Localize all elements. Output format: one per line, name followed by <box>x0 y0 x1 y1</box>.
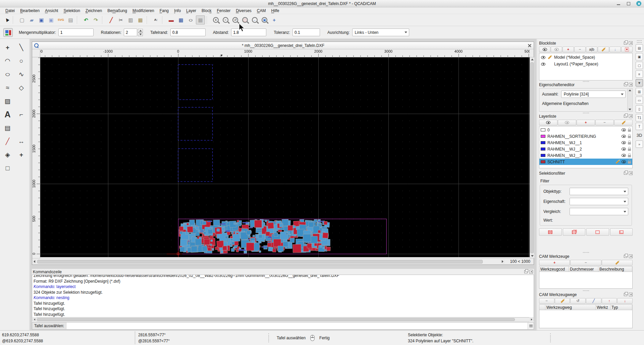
point-tool[interactable]: + <box>1 41 14 54</box>
toleranz-input[interactable] <box>292 28 320 36</box>
menu-selektion[interactable]: Selektion <box>61 8 83 14</box>
window-titlebar[interactable]: mh__0030226G__genestet_drei_Tafeln.DXF *… <box>0 0 644 7</box>
block-list-dock-button[interactable]: ▣ <box>636 53 643 60</box>
clipboard-dock-button[interactable]: ▯ <box>636 105 643 113</box>
add-block-button[interactable]: + <box>562 47 574 52</box>
panel-close-button[interactable] <box>629 254 633 258</box>
statusbar-handle[interactable] <box>268 333 269 342</box>
panel-float-button[interactable] <box>624 83 627 86</box>
column-header-werkzeugweg[interactable]: Werkzeugweg <box>545 305 596 310</box>
sketch-tool[interactable]: ╱ <box>1 135 14 148</box>
minimize-button[interactable] <box>616 1 621 6</box>
corner-tool[interactable]: ⌐ <box>15 108 28 121</box>
layer-row-rahmen-wj-3[interactable]: RAHMEN__WJ__3 <box>539 152 632 159</box>
recalculate-toolpath-button[interactable]: ╱ <box>586 298 601 304</box>
purge-block-button[interactable]: × <box>621 47 633 52</box>
auto-zoom-button[interactable]: ↺ <box>231 15 240 24</box>
polygon-tool[interactable]: ◇ <box>15 81 28 94</box>
hatch-tool[interactable]: ▨ <box>1 95 14 107</box>
bitmap-export-button[interactable]: ▤ <box>66 15 75 24</box>
menu-datei[interactable]: Datei <box>3 8 17 14</box>
hide-all-layers-button[interactable] <box>558 120 576 125</box>
scroll-up-button[interactable] <box>530 57 534 62</box>
panel-float-button[interactable] <box>624 115 627 118</box>
tools-table-body[interactable] <box>539 272 633 289</box>
panel-float-button[interactable] <box>624 255 627 258</box>
layer-list-dock-button[interactable]: ▢ <box>636 62 643 69</box>
panel-float-button[interactable] <box>624 293 627 296</box>
text-style-1-dock-button[interactable]: T1 <box>636 114 643 121</box>
column-header-blank[interactable] <box>539 305 545 310</box>
panel-close-button[interactable] <box>629 83 633 87</box>
arc-tool[interactable]: ◠ <box>1 54 14 67</box>
horizontal-scrollbar[interactable]: 100 < 1000 <box>32 258 534 265</box>
panel-close-button[interactable] <box>629 293 633 296</box>
cam-export-dock-button[interactable]: » <box>636 140 643 148</box>
move-toolpath-down-button[interactable]: ↓ <box>617 298 633 304</box>
menu-diverses[interactable]: Diverses <box>233 8 254 14</box>
circle-tool[interactable]: ○ <box>15 54 28 67</box>
new-file-button[interactable]: ▢ <box>17 15 26 24</box>
delete-button[interactable]: ╱ <box>107 15 116 24</box>
panel-close-button[interactable] <box>629 171 633 175</box>
previous-view-button[interactable]: ← <box>250 15 259 24</box>
scrollbar-track[interactable] <box>530 62 534 254</box>
line-tool[interactable]: ╲ <box>15 41 28 54</box>
dimension-tool[interactable]: ↔ <box>15 135 28 148</box>
column-header-beschreibung[interactable]: Beschreibung <box>598 267 632 272</box>
command-options-button[interactable] <box>528 323 534 329</box>
mengenmultiplikator-input[interactable] <box>58 28 94 36</box>
scrollbar-track[interactable] <box>37 318 529 321</box>
menu-bema-ung[interactable]: Bemaßung <box>105 8 130 14</box>
block-row-model-model-space[interactable]: Model (*Model_Space) <box>539 54 632 61</box>
command-log-scrollbar[interactable] <box>32 318 534 322</box>
redo-button[interactable]: ↷ <box>91 15 100 24</box>
list-view-dock-button[interactable]: ≡ <box>636 70 643 78</box>
selection-combo[interactable]: Polylinie [324] <box>561 91 626 98</box>
spin-up-button[interactable] <box>138 29 143 33</box>
zoom-in-button[interactable]: + <box>211 15 220 24</box>
zoom-out-button[interactable]: − <box>221 15 230 24</box>
edit-block-button[interactable] <box>598 47 609 52</box>
close-button[interactable] <box>636 1 641 6</box>
panel-float-button[interactable] <box>624 42 627 45</box>
polyline-tool[interactable]: ∿ <box>15 68 28 80</box>
menu-hilfe[interactable]: Hilfe <box>269 8 282 14</box>
pan-button[interactable]: + <box>270 15 279 24</box>
edit-tool-button[interactable] <box>602 260 633 266</box>
objekttyp-combo[interactable] <box>570 188 628 195</box>
remove-from-selection-button[interactable] <box>586 228 609 236</box>
abstand-input[interactable] <box>231 28 266 36</box>
scroll-left-button[interactable] <box>32 317 37 322</box>
scroll-right-button[interactable] <box>529 317 534 322</box>
layer-row-0[interactable]: 0 <box>539 127 632 133</box>
remove-block-button[interactable]: − <box>574 47 586 52</box>
show-all-layers-button[interactable] <box>539 120 557 125</box>
dock-strip-handle[interactable] <box>637 40 642 43</box>
rename-block-button[interactable]: a|b <box>586 47 597 52</box>
draw-order-button[interactable]: ▬ <box>167 15 176 24</box>
command-line-dock-button[interactable]: ▭ <box>636 97 643 104</box>
menu-ansicht[interactable]: Ansicht <box>42 8 61 14</box>
menu-bearbeiten[interactable]: Bearbeiten <box>17 8 42 14</box>
rotationen-input[interactable] <box>124 28 137 36</box>
column-header-durchmesser[interactable]: Durchmesser <box>569 267 598 272</box>
panel-float-button[interactable] <box>524 270 528 273</box>
text-tool[interactable]: A <box>1 108 14 121</box>
add-to-selection-button[interactable] <box>563 228 586 236</box>
layer-row-schnitt[interactable]: SCHNITT <box>539 159 632 165</box>
layer-row-rahmen-wj-2[interactable]: RAHMEN__WJ__2 <box>539 146 632 152</box>
spin-down-button[interactable] <box>138 33 143 36</box>
hatch-fill-button[interactable]: ▦ <box>176 15 185 24</box>
grid-button[interactable]: ▦ <box>196 15 205 24</box>
vergleich-combo[interactable] <box>570 208 628 215</box>
edit-toolpath-button[interactable] <box>555 298 570 304</box>
solid-tool[interactable]: □ <box>1 162 14 174</box>
column-header-typ[interactable]: Typ <box>610 305 632 310</box>
show-all-blocks-button[interactable] <box>539 47 550 52</box>
eigenschaft-combo[interactable] <box>570 198 628 205</box>
move-toolpath-up-button[interactable]: ↑ <box>602 298 617 304</box>
menu-block[interactable]: Block <box>199 8 214 14</box>
open-file-button[interactable]: ▰ <box>27 15 36 24</box>
nesting-panel-toggle[interactable] <box>3 28 13 37</box>
